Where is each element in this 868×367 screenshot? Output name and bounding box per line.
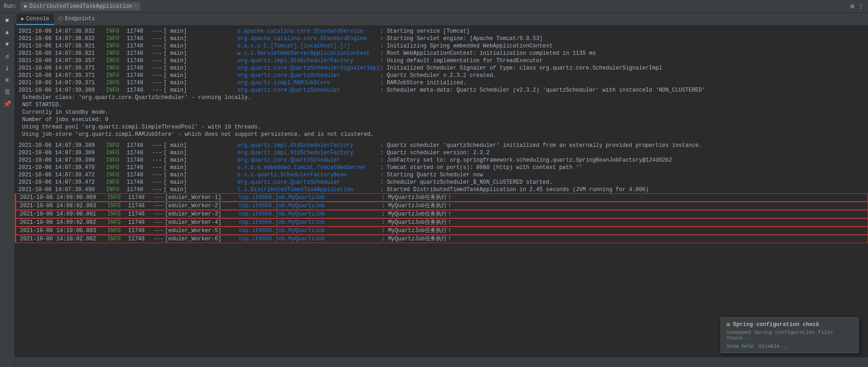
message-text: : Quartz scheduler version: 2.3.2 — [380, 149, 490, 157]
app-tab-name: DistributedTimedTaskApplication — [29, 3, 132, 10]
disable-link[interactable]: Disable... — [758, 344, 789, 349]
logger-text: top.it6666.job.MyQuartzJob — [239, 227, 381, 234]
thread-id-text: 11748 — [128, 235, 153, 243]
show-help-link[interactable]: Show help — [727, 344, 754, 349]
log-line: 2021-10-06 14:07:38.921 INFO 11748 --- [… — [15, 50, 868, 57]
plain-text: Scheduler class: 'org.quartz.core.Quartz… — [18, 94, 251, 101]
log-line: 2021-10-06 14:07:39.390 INFO 11748 --- [… — [15, 157, 868, 164]
rerun-icon[interactable]: ↺ — [1, 51, 14, 62]
plain-text: Currently in standby mode. — [18, 109, 108, 116]
thread-name-text: [eduler_Worker-4] — [165, 219, 239, 226]
logger-text: top.it6666.job.MyQuartzJob — [239, 235, 381, 243]
more-options-icon[interactable]: ⋮ — [858, 2, 864, 10]
plain-text: NOT STARTED. — [18, 101, 62, 109]
log-line: 2021-10-06 14:07:39.389 INFO 11748 --- [… — [15, 149, 868, 157]
logger-text: o.a.c.c.C.[Tomcat].[localhost].[/] — [237, 42, 380, 50]
thread-id-text: 11748 — [127, 186, 152, 193]
app-icon: ▶ — [24, 3, 28, 10]
plain-log-line: Number of jobs executed: 0 — [15, 116, 868, 123]
thread-id-text: 11748 — [127, 57, 152, 64]
message-text: : Starting Servlet engine: [Apache Tomca… — [380, 35, 543, 42]
empty-line — [15, 138, 868, 142]
clear-icon[interactable]: ⊗ — [1, 75, 14, 86]
scroll-end-icon[interactable]: ⤓ — [1, 63, 14, 74]
message-text: : MyQuartzJob任务执行！ — [381, 235, 452, 243]
top-bar: Run: ▶ DistributedTimedTaskApplication ×… — [0, 0, 868, 13]
message-text: : Root WebApplicationContext: initializa… — [380, 50, 596, 57]
tab-console[interactable]: ▶ Console — [17, 14, 54, 25]
timestamp-text: 2021-10-06 14:08:02.003 — [20, 202, 107, 210]
separator-text: --- — [152, 28, 164, 35]
spring-notification-actions: Show help Disable... — [727, 344, 853, 349]
level-info-text: INFO — [106, 72, 127, 79]
thread-name-text: [ main] — [164, 42, 237, 50]
close-tab-button[interactable]: × — [134, 4, 137, 9]
message-text: : Quartz Scheduler v.2.3.2 created. — [380, 72, 496, 79]
message-text: : MyQuartzJob任务执行！ — [381, 194, 452, 201]
down-arrow-icon[interactable]: ▼ — [1, 39, 14, 50]
tab-endpoints[interactable]: ⬡ Endpoints — [54, 14, 100, 25]
plain-text: Using thread pool 'org.quartz.simpl.Simp… — [18, 123, 261, 131]
log-line: 2021-10-06 14:07:39.371 INFO 11748 --- [… — [15, 79, 868, 87]
timestamp-text: 2021-10-06 14:07:39.390 — [18, 157, 106, 164]
thread-id-text: 11748 — [127, 87, 152, 94]
thread-id-text: 11748 — [127, 28, 152, 35]
run-label: Run: — [4, 3, 17, 10]
message-text: : Using default implementation for Threa… — [380, 57, 543, 64]
level-info-text: INFO — [107, 202, 128, 210]
console-tab-label: Console — [26, 16, 49, 22]
plain-log-line: NOT STARTED. — [15, 101, 868, 109]
timestamp-text: 2021-10-06 14:07:39.389 — [18, 87, 106, 94]
separator-text: --- — [152, 171, 164, 179]
separator-text: --- — [152, 79, 164, 87]
logger-text: org.quartz.impl.StdSchedulerFactory — [237, 142, 380, 149]
thread-id-text: 11748 — [127, 149, 152, 157]
message-text: : RAMJobStore initialized. — [380, 79, 466, 87]
level-info-text: INFO — [107, 194, 128, 201]
up-arrow-icon[interactable]: ▲ — [1, 27, 14, 38]
thread-name-text: [eduler_Worker-1] — [165, 194, 239, 201]
thread-name-text: [ main] — [164, 28, 237, 35]
level-info-text: INFO — [107, 227, 128, 234]
level-info-text: INFO — [107, 210, 128, 218]
separator-text: --- — [152, 164, 164, 171]
thread-id-text: 11748 — [127, 42, 152, 50]
tab-bar: ▶ Console ⬡ Endpoints — [15, 13, 868, 26]
spring-status-dot — [727, 323, 730, 326]
logger-text: o.apache.catalina.core.StandardService — [237, 28, 380, 35]
thread-id-text: 11748 — [128, 227, 153, 234]
level-info-text: INFO — [106, 149, 127, 157]
pin-icon[interactable]: 📌 — [1, 99, 14, 110]
thread-id-text: 11748 — [127, 157, 152, 164]
separator-text: --- — [152, 57, 164, 64]
plain-log-line: Using thread pool 'org.quartz.simpl.Simp… — [15, 123, 868, 131]
thread-name-text: [ main] — [164, 64, 237, 72]
stop-icon[interactable]: ■ — [1, 15, 14, 26]
thread-name-text: [ main] — [164, 164, 237, 171]
thread-name-text: [ main] — [164, 79, 237, 87]
console-output[interactable]: 2021-10-06 14:07:38.832 INFO 11748 --- [… — [15, 26, 868, 357]
timestamp-text: 2021-10-06 14:10:02.002 — [20, 235, 107, 243]
message-text: : Starting service [Tomcat] — [380, 28, 469, 35]
logger-text: org.quartz.core.QuartzSchedulerSignalerI… — [237, 64, 380, 72]
separator-text: --- — [152, 72, 164, 79]
timestamp-text: 2021-10-06 14:07:39.371 — [18, 79, 106, 87]
level-info-text: INFO — [106, 179, 127, 186]
timestamp-text: 2021-10-06 14:07:39.389 — [18, 149, 106, 157]
separator-text: --- — [152, 50, 164, 57]
top-bar-right: ⚙ ⋮ — [850, 2, 864, 10]
message-text: : Started DistributedTimedTaskApplicatio… — [380, 186, 649, 193]
settings-icon[interactable]: ⚙ — [850, 2, 854, 10]
spring-notification-message: Unmapped Spring configuration files foun… — [727, 330, 853, 341]
sidebar: ■ ▲ ▼ ↺ ⤓ ⊗ ☰ 📌 — [0, 13, 15, 367]
separator-text: --- — [153, 219, 165, 226]
endpoints-tab-icon: ⬡ — [59, 16, 63, 22]
level-info-text: INFO — [106, 42, 127, 50]
filter-icon[interactable]: ☰ — [1, 87, 14, 98]
separator-text: --- — [152, 179, 164, 186]
message-text: : Tomcat started on port(s): 8080 (http)… — [380, 164, 582, 171]
thread-name-text: [ main] — [164, 57, 237, 64]
log-line: 2021-10-06 14:07:39.472 INFO 11748 --- [… — [15, 179, 868, 186]
app-tab[interactable]: ▶ DistributedTimedTaskApplication × — [21, 2, 141, 11]
logger-text: org.quartz.core.QuartzScheduler — [237, 179, 380, 186]
